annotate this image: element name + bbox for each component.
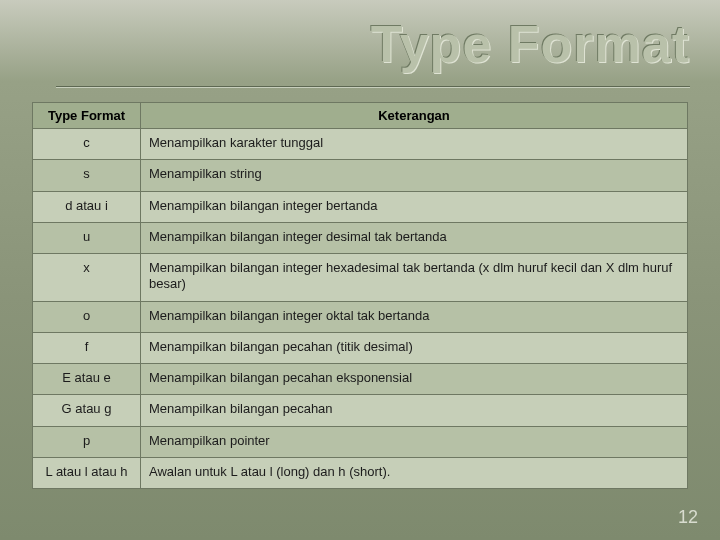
header-keterangan: Keterangan bbox=[141, 103, 688, 129]
cell-desc: Menampilkan karakter tunggal bbox=[141, 129, 688, 160]
cell-desc: Menampilkan bilangan integer oktal tak b… bbox=[141, 301, 688, 332]
header-type-format: Type Format bbox=[33, 103, 141, 129]
cell-format: o bbox=[33, 301, 141, 332]
cell-format: s bbox=[33, 160, 141, 191]
table-row: d atau i Menampilkan bilangan integer be… bbox=[33, 191, 688, 222]
cell-desc: Menampilkan string bbox=[141, 160, 688, 191]
cell-format: u bbox=[33, 222, 141, 253]
cell-format: L atau l atau h bbox=[33, 457, 141, 488]
cell-desc: Menampilkan bilangan pecahan (titik desi… bbox=[141, 332, 688, 363]
cell-format: E atau e bbox=[33, 364, 141, 395]
table-row: p Menampilkan pointer bbox=[33, 426, 688, 457]
table-row: G atau g Menampilkan bilangan pecahan bbox=[33, 395, 688, 426]
table-row: f Menampilkan bilangan pecahan (titik de… bbox=[33, 332, 688, 363]
title-underline bbox=[56, 86, 690, 88]
cell-desc: Menampilkan bilangan integer bertanda bbox=[141, 191, 688, 222]
cell-format: x bbox=[33, 254, 141, 302]
cell-format: d atau i bbox=[33, 191, 141, 222]
cell-desc: Menampilkan bilangan integer hexadesimal… bbox=[141, 254, 688, 302]
table-row: L atau l atau h Awalan untuk L atau l (l… bbox=[33, 457, 688, 488]
table-row: s Menampilkan string bbox=[33, 160, 688, 191]
cell-desc: Menampilkan bilangan pecahan bbox=[141, 395, 688, 426]
table-row: x Menampilkan bilangan integer hexadesim… bbox=[33, 254, 688, 302]
table-row: c Menampilkan karakter tunggal bbox=[33, 129, 688, 160]
cell-desc: Menampilkan bilangan integer desimal tak… bbox=[141, 222, 688, 253]
slide-title: Type Format bbox=[371, 14, 690, 74]
table-row: E atau e Menampilkan bilangan pecahan ek… bbox=[33, 364, 688, 395]
page-number: 12 bbox=[678, 507, 698, 528]
format-table: Type Format Keterangan c Menampilkan kar… bbox=[32, 102, 688, 489]
cell-desc: Menampilkan bilangan pecahan eksponensia… bbox=[141, 364, 688, 395]
cell-format: p bbox=[33, 426, 141, 457]
cell-format: G atau g bbox=[33, 395, 141, 426]
format-table-container: Type Format Keterangan c Menampilkan kar… bbox=[32, 102, 688, 489]
cell-format: f bbox=[33, 332, 141, 363]
cell-desc: Menampilkan pointer bbox=[141, 426, 688, 457]
table-row: o Menampilkan bilangan integer oktal tak… bbox=[33, 301, 688, 332]
table-row: u Menampilkan bilangan integer desimal t… bbox=[33, 222, 688, 253]
cell-desc: Awalan untuk L atau l (long) dan h (shor… bbox=[141, 457, 688, 488]
cell-format: c bbox=[33, 129, 141, 160]
table-header-row: Type Format Keterangan bbox=[33, 103, 688, 129]
